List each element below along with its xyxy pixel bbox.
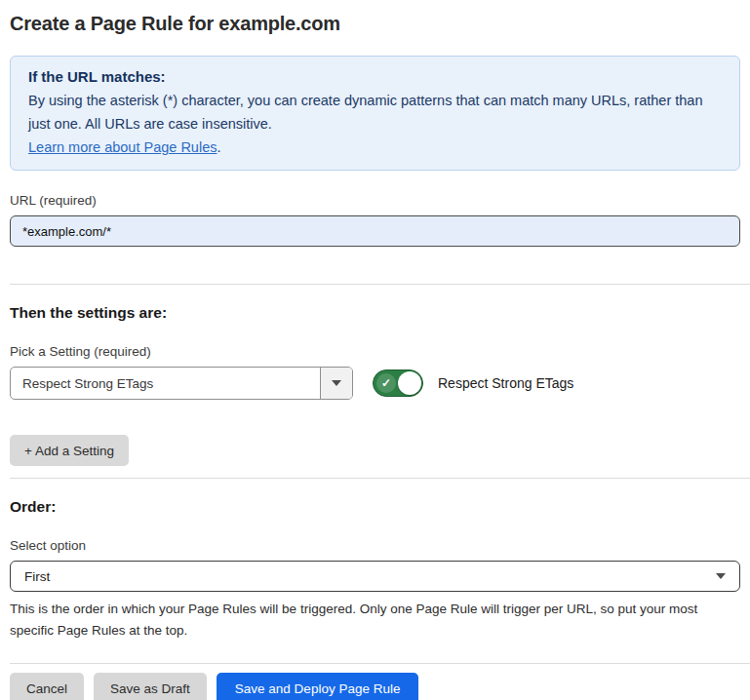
check-icon: ✓ — [376, 373, 396, 393]
page-title: Create a Page Rule for example.com — [10, 11, 740, 36]
pick-setting-label: Pick a Setting (required) — [10, 344, 740, 359]
settings-section: Then the settings are: Pick a Setting (r… — [10, 304, 740, 466]
url-input[interactable] — [10, 215, 740, 247]
save-draft-button[interactable]: Save as Draft — [94, 673, 207, 700]
order-select-label: Select option — [10, 538, 740, 553]
info-box-heading: If the URL matches: — [28, 65, 722, 89]
learn-more-link[interactable]: Learn more about Page Rules — [28, 139, 217, 155]
order-section: Order: Select option First This is the o… — [10, 498, 740, 642]
add-setting-button[interactable]: + Add a Setting — [10, 435, 129, 466]
order-select[interactable]: First — [10, 561, 740, 592]
setting-select[interactable]: Respect Strong ETags — [10, 367, 353, 400]
setting-row: Respect Strong ETags ✓ Respect Strong ET… — [10, 367, 740, 400]
url-match-info-box: If the URL matches: By using the asteris… — [10, 56, 740, 171]
divider — [10, 478, 750, 479]
info-box-body: By using the asterisk (*) character, you… — [28, 89, 722, 159]
info-box-body-text: By using the asterisk (*) character, you… — [28, 93, 703, 132]
setting-toggle[interactable]: ✓ — [373, 369, 423, 397]
toggle-knob — [398, 371, 421, 395]
url-field-label: URL (required) — [10, 193, 740, 208]
divider — [10, 284, 750, 285]
dropdown-arrow-icon — [332, 380, 341, 386]
setting-select-arrow-button[interactable] — [320, 368, 352, 399]
divider — [10, 663, 750, 664]
footer-actions: Cancel Save as Draft Save and Deploy Pag… — [10, 673, 740, 700]
save-deploy-button[interactable]: Save and Deploy Page Rule — [217, 673, 419, 700]
order-select-value: First — [24, 569, 716, 584]
order-help-text: This is the order in which your Page Rul… — [10, 599, 740, 642]
page-content: Create a Page Rule for example.com If th… — [10, 11, 740, 247]
cancel-button[interactable]: Cancel — [10, 673, 84, 700]
order-heading: Order: — [10, 498, 740, 516]
toggle-label: Respect Strong ETags — [438, 375, 573, 391]
chevron-down-icon — [716, 573, 726, 579]
settings-heading: Then the settings are: — [10, 304, 740, 322]
link-suffix: . — [217, 139, 220, 155]
setting-select-value: Respect Strong ETags — [11, 368, 320, 399]
